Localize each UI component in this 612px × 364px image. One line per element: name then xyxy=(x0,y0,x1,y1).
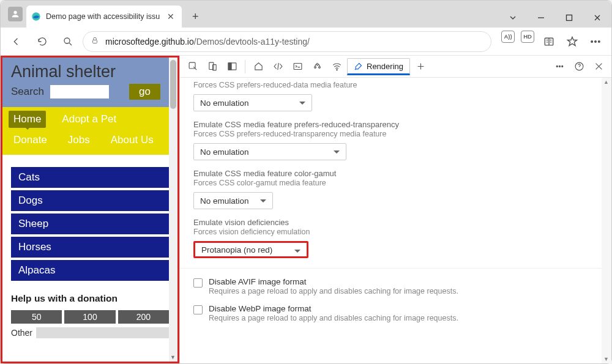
svg-rect-5 xyxy=(93,40,97,43)
disable-webp-checkbox[interactable] xyxy=(193,305,203,314)
section-label: Emulate CSS media feature color-gamut xyxy=(193,169,598,178)
scroll-up-icon[interactable]: ▲ xyxy=(603,79,609,85)
prefers-reduced-data-select[interactable]: No emulation xyxy=(193,94,312,111)
svg-point-21 xyxy=(559,65,560,67)
titlebar: Demo page with accessibility issu ✕ + xyxy=(1,1,611,28)
amount-button[interactable]: 100 xyxy=(64,310,115,324)
section-label: Emulate vision deficiencies xyxy=(193,218,598,227)
devtools-tabbar: Rendering xyxy=(180,56,611,78)
svg-point-20 xyxy=(556,65,558,67)
svg-point-9 xyxy=(599,40,600,42)
nav-adopt[interactable]: Adopt a Pet xyxy=(57,111,121,128)
dock-icon[interactable] xyxy=(223,58,241,76)
address-bar[interactable]: microsoftedge.github.io/Demos/devtools-a… xyxy=(83,31,491,52)
nav-home[interactable]: Home xyxy=(9,111,46,128)
browser-toolbar: microsoftedge.github.io/Demos/devtools-a… xyxy=(1,28,611,56)
tab-close-icon[interactable]: ✕ xyxy=(165,12,177,21)
go-button[interactable]: go xyxy=(129,84,160,100)
minimize-button[interactable] xyxy=(527,8,555,28)
back-button[interactable] xyxy=(6,31,28,53)
help-icon[interactable] xyxy=(570,58,588,76)
profile-avatar[interactable] xyxy=(8,7,23,21)
checkbox-sub: Requires a page reload to apply and disa… xyxy=(209,287,458,295)
svg-rect-3 xyxy=(567,15,572,21)
page-scrollbar[interactable]: ▲ ▼ xyxy=(169,58,177,362)
devtools-scrollbar[interactable]: ▲ ▼ xyxy=(602,78,611,363)
elements-icon[interactable] xyxy=(269,58,287,76)
search-label: Search xyxy=(11,86,44,98)
page-title: Animal shelter xyxy=(11,62,160,81)
console-icon[interactable] xyxy=(288,58,307,76)
devtools-panel: Rendering Forces CSS prefers-reduced-dat… xyxy=(179,56,611,363)
checkbox-label: Disable AVIF image format xyxy=(209,277,458,286)
nav-about[interactable]: About Us xyxy=(106,132,159,149)
reader-icon[interactable] xyxy=(538,31,560,53)
svg-point-4 xyxy=(64,38,70,43)
url-path: /Demos/devtools-a11y-testing/ xyxy=(194,37,310,46)
other-label: Other xyxy=(11,328,32,338)
sources-icon[interactable] xyxy=(308,58,326,76)
donate-heading: Help us with a donation xyxy=(11,293,169,304)
close-button[interactable] xyxy=(583,8,611,28)
device-icon[interactable] xyxy=(203,58,222,76)
other-amount-input[interactable] xyxy=(36,327,169,338)
tab-title: Demo page with accessibility issu xyxy=(46,12,160,21)
svg-point-0 xyxy=(13,11,17,14)
vision-deficiency-select[interactable]: Protanopia (no red) xyxy=(193,241,308,258)
welcome-icon[interactable] xyxy=(249,58,267,76)
refresh-button[interactable] xyxy=(31,31,53,53)
nav-donate[interactable]: Donate xyxy=(9,132,52,149)
tab-rendering[interactable]: Rendering xyxy=(347,58,410,75)
section-sub: Forces CSS prefers-reduced-transparency … xyxy=(193,130,598,138)
scroll-down-icon[interactable]: ▼ xyxy=(170,354,176,360)
prefers-reduced-transparency-select[interactable]: No emulation xyxy=(193,143,346,160)
svg-point-16 xyxy=(316,64,318,65)
brush-icon xyxy=(354,62,363,71)
list-item[interactable]: Alpacas xyxy=(11,260,169,281)
add-tab-button[interactable] xyxy=(411,58,430,76)
svg-rect-15 xyxy=(294,64,302,70)
scroll-down-icon[interactable]: ▼ xyxy=(603,356,609,362)
svg-rect-14 xyxy=(228,63,231,70)
more-icon[interactable] xyxy=(584,31,606,53)
chevron-down-icon xyxy=(334,150,340,157)
list-item[interactable]: Dogs xyxy=(11,190,169,211)
close-devtools-button[interactable] xyxy=(589,58,608,76)
search-button[interactable] xyxy=(57,31,79,53)
section-sub: Forces CSS color-gamut media feature xyxy=(193,179,598,187)
svg-point-22 xyxy=(561,65,562,67)
divider xyxy=(180,268,611,269)
scroll-thumb[interactable] xyxy=(170,60,176,109)
read-aloud-icon[interactable]: A)) xyxy=(501,31,515,43)
new-tab-button[interactable]: + xyxy=(184,6,206,28)
favorite-icon[interactable] xyxy=(561,31,583,53)
list-item[interactable]: Cats xyxy=(11,167,169,188)
more-tools-icon[interactable] xyxy=(550,58,569,76)
amount-button[interactable]: 200 xyxy=(118,310,169,324)
maximize-button[interactable] xyxy=(555,8,583,28)
list-item[interactable]: Horses xyxy=(11,237,169,258)
inspect-icon[interactable] xyxy=(184,58,202,76)
svg-point-19 xyxy=(336,69,337,70)
svg-point-8 xyxy=(595,40,597,42)
amount-button[interactable]: 50 xyxy=(11,310,62,324)
disable-avif-checkbox[interactable] xyxy=(193,278,203,288)
main-nav: Home Adopt a Pet Donate Jobs About Us xyxy=(2,107,169,155)
section-label: Emulate CSS media feature prefers-reduce… xyxy=(193,120,598,129)
edge-icon xyxy=(31,12,41,21)
color-gamut-select[interactable]: No emulation xyxy=(193,192,273,209)
section-sub: Forces CSS prefers-reduced-data media fe… xyxy=(193,81,598,89)
search-input[interactable] xyxy=(50,85,109,98)
svg-point-7 xyxy=(591,40,593,42)
nav-jobs[interactable]: Jobs xyxy=(63,132,95,149)
browser-tab[interactable]: Demo page with accessibility issu ✕ xyxy=(26,6,182,28)
chevron-down-icon xyxy=(260,199,266,206)
url-host: microsoftedge.github.io xyxy=(105,37,194,46)
chevron-down-icon[interactable] xyxy=(499,8,527,28)
lock-icon xyxy=(91,36,99,46)
checkbox-sub: Requires a page reload to apply and disa… xyxy=(209,314,458,322)
list-item[interactable]: Sheep xyxy=(11,214,169,234)
network-icon[interactable] xyxy=(327,58,346,76)
hd-badge-icon[interactable]: HD xyxy=(521,31,534,43)
chevron-down-icon xyxy=(294,250,300,256)
